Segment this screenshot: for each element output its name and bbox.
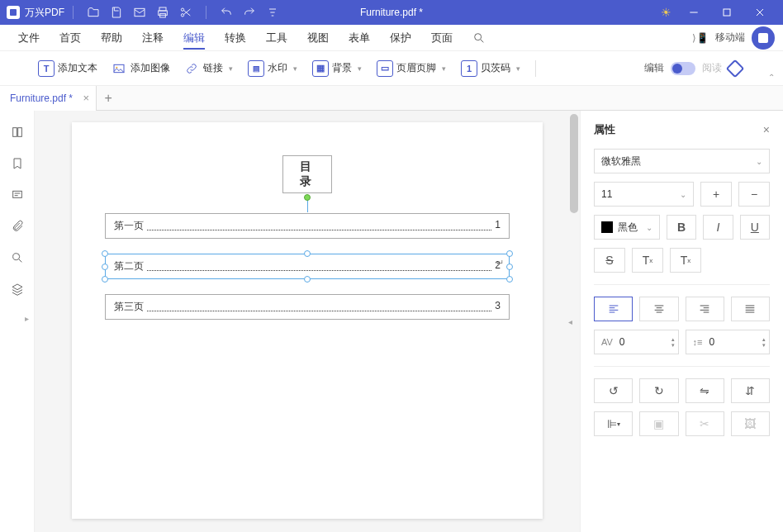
print-icon[interactable]	[151, 1, 174, 24]
menu-help[interactable]: 帮助	[91, 25, 132, 51]
toc-entry-selected[interactable]: 第二页 2 ↵	[105, 254, 510, 279]
chevron-down-icon[interactable]: ▾	[226, 64, 235, 73]
align-justify-button[interactable]	[731, 297, 770, 321]
rotate-cw-button[interactable]: ↻	[639, 378, 678, 403]
document-canvas[interactable]: 目 录 第一页 1 第二页 2 ↵	[35, 111, 580, 532]
close-window-button[interactable]	[743, 0, 776, 25]
settings-hex-icon[interactable]	[726, 59, 745, 78]
font-family-select[interactable]: 微软雅黑 ⌄	[594, 149, 770, 173]
mobile-link[interactable]: 移动端	[715, 31, 745, 45]
vertical-scrollbar[interactable]	[570, 114, 578, 213]
menu-home[interactable]: 首页	[50, 25, 91, 51]
resize-handle[interactable]	[304, 276, 311, 283]
document-title: Furniture.pdf *	[360, 7, 423, 18]
menu-edit[interactable]: 编辑	[173, 25, 215, 51]
resize-handle[interactable]	[506, 250, 513, 257]
menu-protect[interactable]: 保护	[380, 25, 421, 51]
link-button[interactable]: 链接 ▾	[178, 57, 240, 80]
toc-entry[interactable]: 第一页 1	[105, 213, 510, 239]
resize-handle[interactable]	[506, 264, 513, 270]
flip-vertical-button[interactable]: ⇵	[731, 378, 770, 403]
search-sidebar-icon[interactable]	[9, 251, 26, 264]
add-text-button[interactable]: T 添加文本	[33, 57, 102, 80]
layers-icon[interactable]	[9, 283, 26, 296]
add-tab-button[interactable]: +	[97, 87, 120, 110]
align-left-button[interactable]	[594, 297, 633, 321]
menu-tools[interactable]: 工具	[256, 25, 297, 51]
resize-handle[interactable]	[102, 264, 108, 270]
minimize-button[interactable]	[677, 0, 710, 25]
arrange-button[interactable]: ⊫▾	[594, 411, 633, 436]
bold-button[interactable]: B	[667, 215, 696, 240]
panel-close-icon[interactable]: ×	[763, 123, 770, 136]
app-logo	[7, 6, 20, 19]
menu-annotate[interactable]: 注释	[132, 25, 173, 51]
chevron-down-icon[interactable]: ▾	[514, 64, 522, 73]
menu-form[interactable]: 表单	[339, 25, 380, 51]
resize-handle[interactable]	[506, 276, 513, 283]
menu-page[interactable]: 页面	[421, 25, 463, 51]
strikethrough-button[interactable]: S	[594, 248, 625, 273]
increase-size-button[interactable]: +	[700, 182, 732, 207]
header-footer-button[interactable]: ▭ 页眉页脚 ▾	[372, 57, 453, 80]
thumbnails-icon[interactable]	[9, 126, 26, 139]
quick-dropdown-icon[interactable]	[261, 1, 284, 24]
flip-horizontal-button[interactable]: ⇋	[686, 378, 724, 403]
tab-close-icon[interactable]: ×	[83, 92, 89, 104]
italic-button[interactable]: I	[703, 215, 733, 240]
align-center-button[interactable]	[639, 297, 678, 321]
char-spacing-input[interactable]: AV 0 ▴▾	[594, 330, 679, 354]
toc-entry[interactable]: 第三页 3	[105, 294, 510, 320]
redo-icon[interactable]	[238, 1, 261, 24]
bookmarks-icon[interactable]	[9, 157, 26, 170]
panel-collapse-icon[interactable]: ◂	[568, 317, 572, 326]
mail-icon[interactable]	[128, 1, 151, 24]
add-image-button[interactable]: 添加图像	[106, 57, 175, 80]
superscript-button[interactable]: Tx	[632, 248, 663, 273]
watermark-button[interactable]: ▤ 水印 ▾	[243, 57, 304, 80]
resize-handle[interactable]	[102, 276, 108, 283]
chevron-down-icon: ⌄	[646, 223, 652, 232]
edit-read-toggle[interactable]	[671, 62, 695, 75]
resize-handle[interactable]	[102, 250, 108, 257]
mode-edit-label: 编辑	[644, 61, 664, 75]
chevron-down-icon[interactable]: ▾	[355, 64, 363, 73]
theme-toggle-icon[interactable]: ☀	[654, 1, 677, 24]
rotate-ccw-button[interactable]: ↺	[594, 378, 633, 403]
maximize-button[interactable]	[710, 0, 743, 25]
subscript-button[interactable]: Tx	[670, 248, 701, 273]
menu-view[interactable]: 视图	[297, 25, 339, 51]
decrease-size-button[interactable]: −	[738, 182, 770, 207]
bates-icon: 1	[461, 60, 477, 77]
document-tab[interactable]: Furniture.pdf * ×	[0, 86, 97, 111]
font-size-select[interactable]: 11 ⌄	[594, 182, 694, 207]
open-file-icon[interactable]	[82, 1, 105, 24]
menu-search-icon[interactable]	[467, 31, 491, 45]
page[interactable]: 目 录 第一页 1 第二页 2 ↵	[72, 122, 543, 519]
cut-button: ✂	[686, 411, 724, 436]
chevron-down-icon[interactable]: ▾	[439, 64, 448, 73]
underline-button[interactable]: U	[740, 215, 770, 240]
text-icon: T	[38, 60, 55, 77]
svg-rect-1	[159, 7, 166, 11]
align-right-button[interactable]	[686, 297, 724, 321]
attachments-icon[interactable]	[9, 220, 26, 233]
menu-convert[interactable]: 转换	[215, 25, 256, 51]
text-color-select[interactable]: 黑色 ⌄	[594, 215, 660, 240]
save-icon[interactable]	[105, 1, 128, 24]
scissors-icon[interactable]	[174, 1, 197, 24]
chevron-down-icon[interactable]: ▾	[291, 64, 299, 73]
sidebar-expand-icon[interactable]: ▸	[25, 314, 35, 323]
rotate-handle[interactable]	[304, 194, 311, 201]
edit-toolbar: T 添加文本 添加图像 链接 ▾ ▤ 水印 ▾ ▦ 背景 ▾ ▭ 页眉页脚 ▾ …	[0, 51, 783, 86]
toolbar-collapse-icon[interactable]: ⌃	[768, 73, 775, 82]
menu-file[interactable]: 文件	[8, 25, 50, 51]
line-spacing-input[interactable]: ↕≡ 0 ▴▾	[686, 330, 771, 354]
undo-icon[interactable]	[215, 1, 238, 24]
toc-title[interactable]: 目 录	[282, 155, 332, 193]
bates-number-button[interactable]: 1 贝茨码 ▾	[456, 57, 527, 80]
resize-handle[interactable]	[304, 250, 311, 257]
comments-icon[interactable]	[9, 188, 26, 202]
background-button[interactable]: ▦ 背景 ▾	[307, 57, 368, 80]
brand-badge-icon[interactable]	[752, 26, 775, 50]
